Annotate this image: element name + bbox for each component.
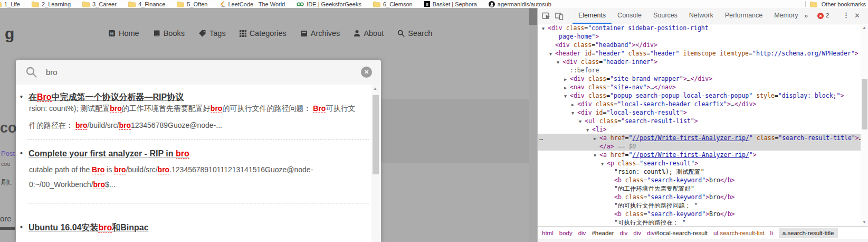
scroll-up-icon[interactable]: ▲: [373, 86, 377, 91]
book-icon: [153, 30, 160, 37]
breadcrumb-item[interactable]: div: [633, 230, 641, 236]
nav-item-archives[interactable]: Archives: [300, 29, 340, 38]
devtools-tabs: ElementsConsoleSourcesNetworkPerformance…: [573, 8, 804, 24]
dom-tree-row[interactable]: ▼<div id="local-search-result">: [538, 108, 861, 117]
search-result-title[interactable]: •在Bro中完成第一个协议分析器—RIP协议: [20, 92, 184, 103]
devtools-tab-console[interactable]: Console: [612, 8, 647, 24]
devtools-tab-sources[interactable]: Sources: [647, 8, 683, 24]
result-divider: [27, 139, 369, 140]
bookmark-item[interactable]: 4_Finance: [128, 1, 165, 7]
bookmark-item[interactable]: 2_Learning: [32, 1, 71, 7]
dom-tree-row[interactable]: ▼<li>: [538, 125, 861, 134]
dom-tree-row[interactable]: ▶<div class="site-brand-wrapper">…</div>: [538, 75, 861, 83]
nav-item-tags[interactable]: Tags: [198, 29, 226, 38]
breadcrumb-item[interactable]: a.search-result-title: [779, 228, 838, 238]
devtools-toolbar: ElementsConsoleSourcesNetworkPerformance…: [538, 8, 868, 24]
breadcrumb-item[interactable]: body: [559, 230, 573, 236]
dom-tree-row[interactable]: <div class="headband"></div>: [538, 41, 861, 49]
results-scrollbar[interactable]: ▲: [371, 85, 380, 242]
breadcrumb-item[interactable]: html: [542, 230, 554, 236]
nav-item-books[interactable]: Books: [153, 29, 185, 38]
breadcrumb-item[interactable]: div: [620, 230, 628, 236]
devtools-scrollbar-thumb[interactable]: [862, 79, 867, 129]
error-count[interactable]: 2: [826, 12, 829, 18]
page-text-fragment: 刷L: [1, 178, 12, 187]
devtools-tab-performance[interactable]: Performance: [719, 8, 769, 24]
nav-label: Search: [408, 29, 432, 38]
bookmark-item[interactable]: 3_Career: [82, 1, 117, 7]
masked-content-block: [381, 99, 529, 163]
devtools-tab-memory[interactable]: Memory: [768, 8, 804, 24]
breadcrumb-item[interactable]: li: [770, 230, 773, 236]
dom-tree-row[interactable]: ▼<header id="header" class="header" item…: [538, 49, 861, 58]
more-tabs-icon[interactable]: »: [804, 12, 808, 20]
nav-label: Books: [164, 29, 185, 38]
inspect-element-icon[interactable]: [542, 12, 551, 20]
dom-tree-row[interactable]: "的可执行文件的路径问题： ": [538, 201, 861, 210]
bookmark-item[interactable]: 5_Often: [177, 1, 207, 7]
dom-tree-row[interactable]: "可执行文件的路径在： ": [538, 218, 861, 226]
dom-tree-row[interactable]: "rsion: count%); 测试配置": [538, 167, 861, 176]
breadcrumb-item[interactable]: ul.search-result-list: [713, 230, 765, 236]
bookmark-item[interactable]: agermanidis/autosub: [489, 1, 551, 7]
dom-tree-row[interactable]: ▼<a href="//post/Write-first-Analyzer-ri…: [538, 151, 861, 159]
breadcrumb-item[interactable]: #header: [592, 230, 614, 236]
results-scrollbar-thumb[interactable]: [373, 95, 379, 174]
error-badge-icon[interactable]: ✕: [817, 13, 824, 19]
dom-tree-row[interactable]: <b class="search-keyword">bro</b>: [538, 193, 861, 201]
dom-tree-row[interactable]: ▼<ul class="search-result-list">: [538, 117, 861, 125]
site-nav: HHomeBooksTagsCategoriesArchivesAboutSea…: [108, 29, 432, 38]
dom-tree-row[interactable]: <b class="search-keyword">Bro</b>: [538, 210, 861, 218]
bookmark-item[interactable]: IDE | GeeksforGeeks: [297, 1, 361, 7]
tag-icon: [198, 30, 206, 37]
dom-tree-row[interactable]: ▼<div class="header-inner">: [538, 58, 861, 66]
nav-item-search[interactable]: Search: [397, 29, 432, 38]
bookmark-item[interactable]: SBasket | Sephora: [424, 1, 477, 7]
leetcode-icon: [219, 1, 225, 7]
bookmark-item[interactable]: LeetCode - The World: [219, 1, 285, 7]
page-scrollbar[interactable]: [529, 8, 537, 242]
scroll-up-icon[interactable]: ▲: [862, 25, 866, 30]
bookmark-item[interactable]: 6_Clemson: [373, 1, 413, 7]
toolbar-divider: [568, 12, 568, 20]
nav-item-categories[interactable]: Categories: [240, 29, 287, 38]
dom-tree-row[interactable]: <b class="search-keyword">bro</b>: [538, 176, 861, 184]
dom-tree-row[interactable]: ▼<div class="container sidebar-position-…: [538, 24, 861, 32]
dom-tree-row[interactable]: ▶<nav class="site-nav">…</nav>: [538, 83, 861, 91]
devtools-tab-network[interactable]: Network: [683, 8, 719, 24]
dom-tree-row[interactable]: ::before: [538, 66, 861, 75]
devtools-tab-elements[interactable]: Elements: [573, 8, 612, 24]
sephora-icon: S: [424, 1, 430, 7]
row-actions-icon[interactable]: …: [539, 134, 543, 142]
devtools-scrollbar[interactable]: ▲ ▼: [861, 24, 868, 226]
other-bookmarks-group[interactable]: Other bookmarks: [805, 0, 866, 8]
geeksforgeeks-icon: [297, 2, 304, 7]
nav-item-home[interactable]: HHome: [108, 29, 139, 38]
dom-tree-row[interactable]: ▶<div class="local-search-header clearfi…: [538, 100, 861, 108]
bookmark-label: 3_Career: [92, 1, 117, 7]
site-brand-fragment[interactable]: g: [5, 25, 14, 43]
page-scrollbar-thumb[interactable]: [529, 8, 537, 25]
kebab-menu-icon[interactable]: ⋮: [843, 11, 850, 19]
breadcrumb-item[interactable]: div#local-search-result: [647, 230, 708, 236]
dom-tree-row[interactable]: </a> == $0: [538, 142, 861, 151]
dom-tree-row[interactable]: page-home">: [538, 32, 861, 41]
person-icon: [354, 30, 360, 37]
search-query-input[interactable]: bro: [46, 68, 58, 77]
close-icon[interactable]: ✕: [361, 67, 372, 78]
search-result-title[interactable]: •Complete your first analyzer - RIP in b…: [20, 149, 189, 159]
dom-tree-row[interactable]: "的工作环境首先需要配置好": [538, 184, 861, 193]
bookmark-item[interactable]: 1_Life: [0, 1, 20, 7]
list-bullet: •: [20, 92, 28, 101]
dom-tree-row[interactable]: ▼<div class="popup search-popup local-se…: [538, 91, 861, 100]
breadcrumb-item[interactable]: div: [578, 230, 586, 236]
search-result-title[interactable]: •Ubuntu 16.04安装bro和Binpac: [20, 222, 149, 234]
search-popup-header[interactable]: bro ✕: [16, 60, 381, 85]
nav-item-about[interactable]: About: [354, 29, 384, 38]
other-bookmarks-label[interactable]: Other bookmarks: [822, 1, 866, 7]
dom-tree-row[interactable]: ▼<p class="search-result">: [538, 159, 861, 167]
dom-tree-row[interactable]: …▶<a href="//post/Write-first-Analyzer-r…: [538, 134, 861, 142]
device-toolbar-icon[interactable]: [555, 12, 564, 20]
devtools-close-icon[interactable]: ✕: [854, 12, 860, 20]
scroll-down-icon[interactable]: ▼: [862, 220, 866, 225]
